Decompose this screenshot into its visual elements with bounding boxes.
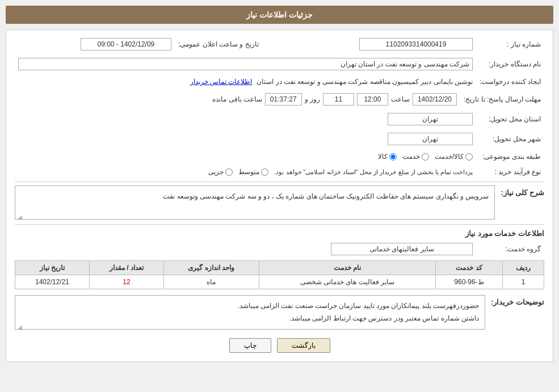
time-box: 12:00 [357,93,388,106]
contact-info-link[interactable]: اطلاعات تماس خریدار [190,78,253,86]
info-section-7: طبقه بندی موضوعی: کالا/خدمت خدمت [15,150,544,163]
page-container: جزئیات اطلاعات نیاز شماره نیاز : 1102093… [0,0,559,392]
info-section-2: نام دستگاه خریدار: شرکت مهندسی و توسعه ن… [15,56,544,73]
page-header: جزئیات اطلاعات نیاز [6,6,553,24]
divider-2 [15,224,544,225]
info-section-8: نوع فرآیند خرید : متوسط جزیی [15,166,544,178]
divider-1 [15,182,544,182]
ejad-label: ایجاد کننده درخواست: [476,75,544,88]
remaining-box: 01:37:27 [265,93,302,106]
radio-jozi[interactable]: جزیی [208,168,233,176]
ejad-text: نوشین بایمانی دبیر کمیسیون مناقصه شرکت م… [257,78,473,86]
shahr-box: تهران [388,133,473,145]
sharh-box: سرویس و نگهداری سیستم های حفاظت الکترونی… [15,186,495,220]
tarikhe-elan-box: 1402/12/09 - 09:00 [81,38,171,50]
main-card: شماره نیاز : 1102093314000419 تاریخ و سا… [6,29,553,362]
days-label: روز و [305,95,320,103]
now-farayand-label: نوع فرآیند خرید : [476,166,544,178]
services-table: ردیف کد خدمت نام خدمت واحد اندازه گیری ت… [15,260,544,289]
now-farayand-desc: پرداخت تمام یا بخشی از مبلغ خریدار از مح… [274,168,473,176]
khadamat-section-title: اطلاعات خدمات مورد نیاز [15,229,544,238]
col-tarikh: تاریخ نیاز [15,261,90,275]
col-name: نام خدمت [259,261,436,275]
radio-jozi-input[interactable] [225,168,233,176]
shahr-value: تهران [15,130,476,147]
col-vahed: واحد اندازه گیری [163,261,259,275]
radio-motovaset[interactable]: متوسط [238,168,268,176]
radio-kala-input[interactable] [389,153,397,161]
countdown-row: 1402/12/20 ساعت 12:00 11 روز و 01:37:27 [18,93,457,106]
ostan-label: استان محل تحویل: [476,111,544,128]
radio-motovaset-input[interactable] [261,168,268,176]
resize-handle-toshihat[interactable]: ◢ [16,322,22,328]
toshihat-box: حضوردرفهرست بلند پیمانکاران مورد تایید س… [15,295,485,330]
goroh-value: سایر فعالیتهای خدماتی [15,241,476,258]
sharh-row: شرح کلی نیاز: سرویس و نگهداری سیستم های … [15,186,544,220]
shahr-label: شهر محل تحویل: [476,130,544,147]
shomare-niaz-label: شماره نیاز : [476,36,544,53]
ostan-box: تهران [388,113,473,125]
sharh-label: شرح کلی نیاز: [501,186,544,197]
col-code: کد خدمت [436,261,503,275]
button-row: بازگشت چاپ [15,338,544,353]
info-section-5: استان محل تحویل: تهران [15,111,544,128]
col-radif: ردیف [502,261,544,275]
radio-khadamat-input[interactable] [422,153,429,161]
table-row: 1ط-96-960سایر فعالیت های خدماتی شخصیماه1… [15,275,544,289]
goroh-label: گروه خدمت: [476,241,544,258]
radio-khadamat[interactable]: خدمت [402,153,429,161]
print-button[interactable]: چاپ [229,338,271,353]
toshihat-line1: حضوردرفهرست بلند پیمانکاران مورد تایید س… [21,300,479,313]
tabaqe-radios: کالا/خدمت خدمت کالا [15,150,476,163]
remaining-label: ساعت باقی مانده [212,95,262,103]
nam-dastgah-box: شرکت مهندسی و توسعه نفت در استان تهران [18,58,473,70]
ostan-value: تهران [15,111,476,128]
mohlat-value: 1402/12/20 ساعت 12:00 11 روز و 01:37:27 [15,91,460,108]
farayand-radio-group: متوسط جزیی [208,168,268,176]
shomare-niaz-value: 1102093314000419 [279,36,476,53]
back-button[interactable]: بازگشت [277,338,330,353]
toshihat-label: توضیحات خریدار: [491,295,544,306]
nam-dastgah-value: شرکت مهندسی و توسعه نفت در استان تهران [15,56,476,73]
info-section-6: شهر محل تحویل: تهران [15,130,544,147]
info-section-1: شماره نیاز : 1102093314000419 تاریخ و سا… [15,36,544,53]
nam-dastgah-label: نام دستگاه خریدار: [476,56,544,73]
goroh-section: گروه خدمت: سایر فعالیتهای خدماتی [15,241,544,258]
mohlat-label: مهلت ارسال پاسخ: تا تاریخ: [460,91,544,108]
now-farayand-value: متوسط جزیی پرداخت تمام یا بخشی از مبلغ خ… [15,166,476,178]
date-box: 1402/12/20 [413,93,457,106]
ejad-value: نوشین بایمانی دبیر کمیسیون مناقصه شرکت م… [15,75,476,88]
goroh-box: سایر فعالیتهای خدماتی [331,243,473,255]
toshihat-row: توضیحات خریدار: حضوردرفهرست بلند پیمانکا… [15,295,544,330]
tarikhe-elan-value: 1402/12/09 - 09:00 [15,36,175,53]
tabaqe-label: طبقه بندی موضوعی: [476,150,544,163]
sharh-text: سرویس و نگهداری سیستم های حفاظت الکترونی… [163,192,489,200]
tarikhe-elan-label: تاریخ و ساعت اعلان عمومی: [175,36,262,53]
page-title: جزئیات اطلاعات نیاز [246,10,313,19]
radio-kala[interactable]: کالا [378,153,397,161]
col-tedad: تعداد / مقدار [89,261,163,275]
resize-handle-sharh[interactable]: ◢ [16,212,22,218]
info-section-4: مهلت ارسال پاسخ: تا تاریخ: 1402/12/20 سا… [15,91,544,108]
info-section-3: ایجاد کننده درخواست: نوشین بایمانی دبیر … [15,75,544,88]
shomare-niaz-box: 1102093314000419 [359,38,473,50]
radio-kala-khadamat-input[interactable] [465,153,473,161]
toshihat-line2: داشتن شماره تماس معتبر ودر دسترس جهت ارت… [21,313,479,325]
radio-kala-khadamat[interactable]: کالا/خدمت [435,153,473,161]
tabaqe-radio-group: کالا/خدمت خدمت کالا [18,153,473,161]
time-label: ساعت [391,95,410,103]
days-box: 11 [323,93,354,106]
